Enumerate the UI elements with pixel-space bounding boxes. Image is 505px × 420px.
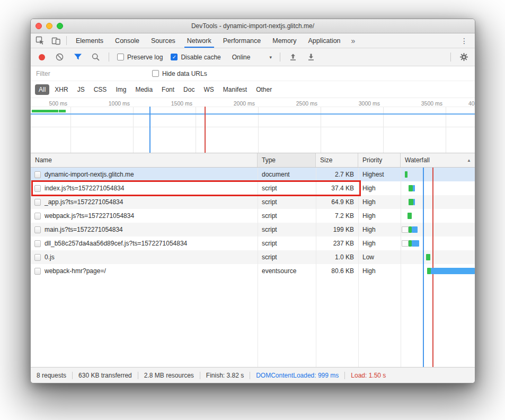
type-filter-other[interactable]: Other	[252, 84, 276, 95]
table-row[interactable]: dynamic-import-nextjs.glitch.medocument2…	[31, 168, 475, 181]
more-tabs-button[interactable]: »	[347, 33, 360, 48]
type-filter-all[interactable]: All	[35, 84, 49, 95]
type-filter-ws[interactable]: WS	[200, 84, 217, 95]
network-overview-timeline[interactable]: 500 ms1000 ms1500 ms2000 ms2500 ms3000 m…	[31, 98, 475, 153]
column-header-type[interactable]: Type	[258, 153, 316, 167]
table-row[interactable]: main.js?ts=1572271054834script199 KBHigh	[31, 223, 475, 237]
request-name-cell[interactable]: main.js?ts=1572271054834	[31, 223, 258, 237]
waterfall-bar	[407, 213, 412, 219]
tab-application[interactable]: Application	[302, 33, 346, 48]
request-table-header: Name Type Size Priority Waterfall ▲	[31, 153, 475, 168]
request-waterfall[interactable]	[401, 237, 475, 250]
request-name-cell[interactable]: 0.js	[31, 250, 258, 264]
table-row[interactable]: index.js?ts=1572271054834script37.4 KBHi…	[31, 181, 475, 195]
type-filter-img[interactable]: Img	[112, 84, 130, 95]
column-header-size[interactable]: Size	[316, 153, 358, 167]
tab-network[interactable]: Network	[181, 33, 217, 48]
disable-cache-label[interactable]: Disable cache	[181, 54, 220, 61]
export-har-button[interactable]	[306, 52, 316, 62]
column-header-name[interactable]: Name	[31, 153, 258, 167]
timeline-tick-label: 500 ms	[49, 100, 67, 107]
timeline-tick-label: 3500 ms	[421, 100, 442, 107]
disable-cache-checkbox[interactable]	[171, 54, 178, 60]
request-type: script	[258, 237, 316, 250]
import-har-button[interactable]	[288, 52, 298, 62]
close-button[interactable]	[36, 23, 42, 29]
inspect-element-button[interactable]	[35, 36, 45, 46]
toolbar-separator	[450, 52, 451, 62]
hide-data-urls-label[interactable]: Hide data URLs	[162, 70, 207, 77]
request-type: script	[258, 250, 316, 264]
request-size: 37.4 KB	[316, 181, 358, 195]
request-size: 2.7 KB	[316, 168, 358, 181]
request-type: script	[258, 209, 316, 223]
table-row[interactable]: 0.jsscript1.0 KBLow	[31, 250, 475, 264]
tab-memory[interactable]: Memory	[267, 33, 302, 48]
settings-button[interactable]	[459, 52, 469, 62]
request-name-cell[interactable]: webpack-hmr?page=/	[31, 264, 258, 278]
column-header-priority[interactable]: Priority	[358, 153, 401, 167]
request-priority: Low	[358, 250, 401, 264]
request-name-cell[interactable]: webpack.js?ts=1572271054834	[31, 209, 258, 223]
waterfall-bar	[409, 226, 412, 233]
tab-elements[interactable]: Elements	[70, 33, 109, 48]
file-icon	[34, 213, 41, 220]
toggle-device-toolbar-button[interactable]	[51, 36, 61, 46]
table-row[interactable]: _app.js?ts=1572271054834script64.9 KBHig…	[31, 195, 475, 209]
type-filter-xhr[interactable]: XHR	[51, 84, 72, 95]
panel-tabs: Elements Console Sources Network Perform…	[70, 33, 347, 48]
network-toolbar: Preserve log Disable cache Online ▾	[31, 48, 475, 66]
status-separator	[200, 372, 200, 379]
type-filter-media[interactable]: Media	[131, 84, 156, 95]
clear-button[interactable]	[55, 52, 65, 62]
tab-console[interactable]: Console	[109, 33, 145, 48]
preserve-log-checkbox[interactable]	[117, 54, 124, 60]
request-type: eventsource	[258, 264, 316, 278]
chevron-down-icon: ▾	[269, 55, 272, 60]
zoom-button[interactable]	[57, 23, 63, 29]
filter-toggle-button[interactable]	[73, 52, 83, 62]
request-waterfall[interactable]	[401, 223, 475, 237]
record-button[interactable]	[37, 52, 47, 62]
type-filter-css[interactable]: CSS	[90, 84, 111, 95]
table-row[interactable]: webpack.js?ts=1572271054834script7.2 KBH…	[31, 209, 475, 223]
waterfall-bar	[405, 171, 407, 178]
hide-data-urls-checkbox[interactable]	[152, 70, 159, 77]
inspect-cursor-icon	[36, 36, 45, 45]
minimize-button[interactable]	[46, 23, 52, 29]
table-row[interactable]: dll_b58c257da4aa56d89cef.js?ts=157227105…	[31, 237, 475, 250]
type-filter-doc[interactable]: Doc	[180, 84, 198, 95]
request-waterfall[interactable]	[401, 181, 475, 195]
preserve-log-label[interactable]: Preserve log	[127, 54, 163, 61]
request-waterfall[interactable]	[401, 209, 475, 223]
tab-performance[interactable]: Performance	[217, 33, 267, 48]
devtools-window: DevTools - dynamic-import-nextjs.glitch.…	[30, 19, 475, 383]
request-waterfall[interactable]	[401, 195, 475, 209]
request-name-cell[interactable]: dll_b58c257da4aa56d89cef.js?ts=157227105…	[31, 237, 258, 250]
request-name-cell[interactable]: index.js?ts=1572271054834	[31, 181, 258, 195]
timeline-tick-label: 40	[468, 100, 475, 107]
request-waterfall[interactable]	[401, 264, 475, 278]
search-button[interactable]	[91, 52, 101, 62]
window-titlebar[interactable]: DevTools - dynamic-import-nextjs.glitch.…	[31, 19, 475, 33]
tab-sources[interactable]: Sources	[145, 33, 181, 48]
dom-content-loaded-time: DOMContentLoaded: 999 ms	[256, 372, 339, 379]
type-filter-js[interactable]: JS	[74, 84, 88, 95]
overview-activity-bar	[32, 110, 58, 112]
type-filter-manifest[interactable]: Manifest	[219, 84, 251, 95]
request-name-cell[interactable]: _app.js?ts=1572271054834	[31, 195, 258, 209]
transferred-size: 630 KB transferred	[78, 372, 132, 379]
column-divider	[358, 168, 359, 367]
request-waterfall[interactable]	[401, 250, 475, 264]
request-name-cell[interactable]: dynamic-import-nextjs.glitch.me	[31, 168, 258, 181]
devtools-menu-button[interactable]: ⋮	[454, 33, 475, 48]
type-filter-font[interactable]: Font	[158, 84, 178, 95]
column-header-waterfall[interactable]: Waterfall ▲	[401, 153, 475, 167]
request-name: dll_b58c257da4aa56d89cef.js?ts=157227105…	[45, 240, 187, 247]
request-name: 0.js	[45, 253, 55, 261]
overview-activity-bar	[59, 110, 66, 112]
table-row[interactable]: webpack-hmr?page=/eventsource80.6 KBHigh	[31, 264, 475, 278]
throttling-dropdown[interactable]: Online ▾	[229, 54, 272, 61]
request-waterfall[interactable]	[401, 168, 475, 181]
filter-input[interactable]	[36, 70, 139, 77]
